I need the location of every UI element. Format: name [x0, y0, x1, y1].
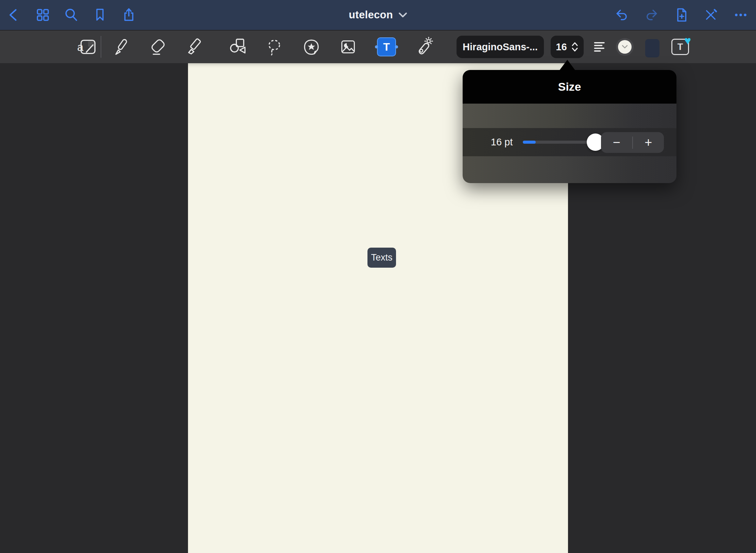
highlighter-icon: [184, 37, 205, 57]
search-button[interactable]: [62, 5, 81, 25]
size-control-row: 16 pt − +: [463, 128, 676, 156]
font-family-label: HiraginoSans-...: [463, 41, 538, 53]
image-icon: [338, 37, 358, 56]
slider-fill: [523, 141, 536, 144]
laser-pointer-icon: [413, 37, 434, 57]
text-style-button[interactable]: T ♥: [669, 36, 691, 58]
bookmark-button[interactable]: [90, 5, 110, 25]
font-family-button[interactable]: HiraginoSans-...: [457, 36, 544, 58]
chevron-down-icon: [398, 12, 407, 18]
tool-pen-button[interactable]: [111, 36, 133, 58]
tool-stickers-button[interactable]: [300, 36, 323, 58]
top-navigation-bar: utelecon: [0, 0, 756, 30]
share-button[interactable]: [119, 5, 139, 25]
tool-image-button[interactable]: [337, 36, 359, 58]
stop-editing-button[interactable]: [701, 5, 721, 25]
chevron-left-icon: [6, 7, 21, 22]
shapes-icon: [228, 37, 248, 57]
tool-text-button[interactable]: T: [375, 36, 398, 58]
text-object[interactable]: Texts: [367, 248, 396, 268]
scribble-letter: a: [77, 41, 84, 53]
tool-laser-button[interactable]: [412, 36, 435, 58]
t-letter: T: [677, 42, 683, 52]
scribble-icon: a: [76, 37, 98, 56]
grid-icon: [35, 7, 51, 23]
popover-arrow: [559, 60, 575, 71]
text-tool-selected-box: T: [377, 37, 396, 56]
size-decrease-button[interactable]: −: [601, 132, 632, 153]
size-stepper: − +: [601, 132, 664, 153]
heart-icon: ♥: [684, 35, 691, 46]
document-title-button[interactable]: utelecon: [349, 9, 407, 21]
pages-overview-button[interactable]: [33, 5, 53, 25]
selection-handle-right: [395, 46, 398, 49]
add-page-button[interactable]: [672, 5, 691, 25]
text-style-icon: T ♥: [671, 37, 690, 56]
back-button[interactable]: [4, 5, 24, 25]
size-popover: Size 16 pt − +: [463, 70, 676, 183]
eraser-icon: [148, 37, 168, 57]
undo-icon: [614, 7, 630, 22]
size-slider[interactable]: [523, 128, 590, 156]
redo-icon: [644, 7, 659, 22]
text-color-button[interactable]: [616, 38, 634, 56]
text-object-label: Texts: [371, 252, 392, 263]
popover-header: Size: [463, 70, 676, 104]
tool-lasso-button[interactable]: [263, 36, 286, 58]
bookmark-icon: [92, 7, 107, 23]
undo-button[interactable]: [612, 5, 632, 25]
background-color-swatch[interactable]: [645, 39, 659, 57]
popover-spacer-top: [463, 104, 676, 128]
redo-button[interactable]: [642, 5, 662, 25]
text-align-button[interactable]: [588, 36, 611, 58]
tool-shapes-button[interactable]: [227, 36, 249, 58]
tool-eraser-button[interactable]: [147, 36, 169, 58]
chevron-down-icon: [621, 45, 628, 49]
share-icon: [121, 7, 137, 23]
text-color-swatch: [618, 40, 632, 54]
lasso-icon: [264, 37, 284, 57]
more-button[interactable]: [731, 5, 751, 25]
popover-spacer-bottom: [463, 156, 676, 183]
font-size-label: 16: [556, 41, 567, 53]
pencil-cross-icon: [703, 7, 718, 22]
search-icon: [63, 7, 80, 23]
add-page-icon: [674, 6, 689, 23]
align-left-icon: [591, 38, 608, 56]
app-screen: utelecon: [0, 0, 756, 553]
tool-scribble-button[interactable]: a: [76, 36, 98, 58]
tool-highlighter-button[interactable]: [183, 36, 206, 58]
size-increase-button[interactable]: +: [633, 132, 664, 153]
ellipsis-icon: [733, 7, 749, 22]
popover-title: Size: [558, 80, 581, 93]
document-title: utelecon: [349, 9, 393, 21]
size-value-label: 16 pt: [483, 128, 520, 156]
toolbar-divider: [101, 36, 101, 58]
selection-handle-left: [375, 46, 378, 49]
sticker-star-icon: [302, 37, 321, 57]
chevron-up-down-icon: [571, 42, 579, 52]
text-tool-letter: T: [383, 41, 390, 53]
font-size-button[interactable]: 16: [551, 36, 584, 58]
tool-bar: a: [0, 30, 756, 63]
pen-icon: [112, 37, 132, 57]
